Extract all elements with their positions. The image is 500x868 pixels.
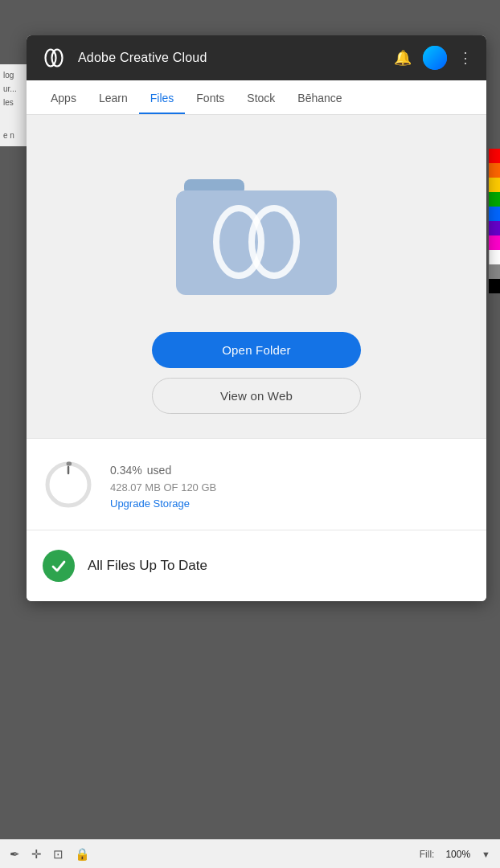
- fill-dropdown-icon[interactable]: ▼: [482, 850, 490, 859]
- tab-fonts[interactable]: Fonts: [185, 80, 236, 114]
- tab-files[interactable]: Files: [139, 80, 186, 114]
- color-swatch-orange: [489, 163, 500, 178]
- folder-illustration: [160, 147, 353, 308]
- panel-header: Adobe Creative Cloud 🔔 ⋮: [27, 35, 486, 80]
- files-content-area: Open Folder View on Web: [27, 115, 486, 438]
- sync-status-text: All Files Up To Date: [88, 558, 207, 574]
- left-edge-panel: log ur... les e n: [0, 64, 28, 146]
- fill-value: 100%: [445, 849, 470, 860]
- color-swatch-blue: [489, 207, 500, 221]
- user-avatar[interactable]: [423, 46, 447, 70]
- color-swatch-green: [489, 192, 500, 207]
- open-folder-button[interactable]: Open Folder: [152, 332, 361, 368]
- fill-label: Fill:: [420, 849, 435, 860]
- nav-tabs-bar: Apps Learn Files Fonts Stock Bēhance: [27, 80, 486, 115]
- adobe-cc-logo: [39, 43, 68, 72]
- more-options-icon[interactable]: ⋮: [458, 49, 473, 67]
- storage-percent-value: 0.34% used: [110, 458, 470, 479]
- left-edge-text-log: log: [3, 71, 25, 80]
- sync-status-section: All Files Up To Date: [27, 530, 486, 601]
- color-swatch-gray: [489, 264, 500, 279]
- color-swatch-black: [489, 279, 500, 293]
- left-edge-text-en: e n: [3, 131, 25, 140]
- svg-point-0: [39, 43, 68, 72]
- header-title: Adobe Creative Cloud: [78, 51, 384, 65]
- storage-used-label: used: [147, 464, 171, 477]
- storage-info-block: 0.34% used 428.07 MB OF 120 GB Upgrade S…: [110, 458, 470, 510]
- storage-details-text: 428.07 MB OF 120 GB: [110, 481, 470, 493]
- left-edge-text-ur: ur...: [3, 84, 25, 93]
- color-swatch-yellow: [489, 178, 500, 192]
- tab-stock[interactable]: Stock: [236, 80, 286, 114]
- color-swatch-white: [489, 250, 500, 264]
- taskbar: ✒ ✛ ⊡ 🔒 Fill: 100% ▼: [0, 839, 500, 868]
- header-icons-group: 🔔 ⋮: [394, 46, 473, 70]
- svg-rect-5: [176, 190, 337, 295]
- svg-point-3: [423, 46, 447, 70]
- color-swatch-pink: [489, 235, 500, 250]
- storage-section: 0.34% used 428.07 MB OF 120 GB Upgrade S…: [27, 438, 486, 530]
- tab-learn[interactable]: Learn: [88, 80, 139, 114]
- upgrade-storage-link[interactable]: Upgrade Storage: [110, 497, 190, 510]
- tab-behance[interactable]: Bēhance: [286, 80, 353, 114]
- left-edge-text-les: les: [3, 98, 25, 107]
- notification-bell-icon[interactable]: 🔔: [394, 49, 412, 67]
- crop-tool-icon[interactable]: ⊡: [53, 847, 64, 862]
- main-panel: Adobe Creative Cloud 🔔 ⋮ Apps: [27, 35, 486, 601]
- color-palette-strip: [489, 149, 500, 293]
- move-tool-icon[interactable]: ✛: [31, 847, 42, 862]
- storage-gauge-icon: [43, 459, 94, 510]
- view-on-web-button[interactable]: View on Web: [152, 378, 361, 414]
- color-swatch-purple: [489, 221, 500, 235]
- tab-apps[interactable]: Apps: [39, 80, 88, 114]
- pen-tool-icon[interactable]: ✒: [10, 847, 20, 862]
- sync-status-icon: [43, 550, 75, 582]
- color-swatch-red: [489, 149, 500, 163]
- lock-tool-icon[interactable]: 🔒: [75, 847, 90, 862]
